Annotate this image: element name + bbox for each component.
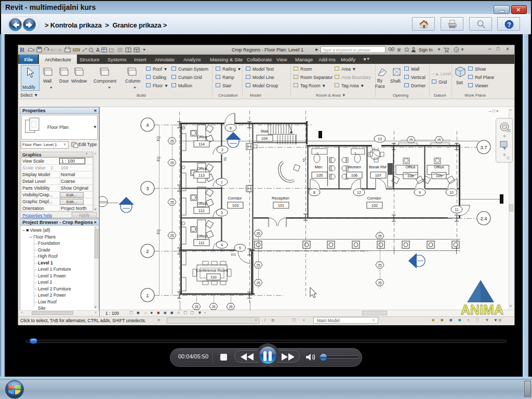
- svg-text:101: 101: [278, 203, 285, 208]
- svg-text:10: 10: [449, 191, 454, 194]
- svg-text:113: 113: [198, 173, 205, 178]
- svg-text:SSS: SSS: [231, 253, 236, 256]
- svg-text:13: 13: [378, 137, 382, 141]
- svg-text:EQ: EQ: [156, 229, 161, 234]
- svg-text:25: 25: [170, 161, 174, 165]
- svg-text:Office: Office: [197, 135, 207, 139]
- svg-text:Office: Office: [197, 234, 207, 238]
- svg-text:12: 12: [357, 191, 361, 194]
- svg-text:107: 107: [375, 173, 382, 178]
- svg-text:11: 11: [455, 208, 458, 211]
- svg-text:25: 25: [378, 281, 382, 285]
- svg-text:ANIMA: ANIMA: [461, 302, 503, 316]
- svg-text:A: A: [96, 47, 100, 53]
- svg-text:8: 8: [313, 191, 315, 194]
- svg-text:Women: Women: [348, 165, 361, 169]
- svg-text:25: 25: [211, 305, 216, 309]
- svg-text:9: 9: [419, 191, 421, 194]
- svg-text:103: 103: [232, 203, 239, 208]
- svg-text:3: 3: [221, 211, 223, 215]
- svg-text:5: 5: [239, 246, 241, 250]
- svg-text:1: 1: [146, 292, 149, 298]
- svg-text:Reception: Reception: [272, 196, 289, 201]
- svg-text:108: 108: [407, 174, 414, 178]
- svg-text:25: 25: [194, 305, 198, 309]
- svg-text:25: 25: [437, 138, 441, 142]
- svg-text:3: 3: [146, 185, 149, 191]
- svg-text:25: 25: [378, 234, 382, 238]
- svg-text:Office: Office: [197, 201, 207, 206]
- svg-text:114: 114: [198, 142, 205, 147]
- svg-text:Office: Office: [405, 165, 415, 169]
- svg-text:Office: Office: [434, 165, 444, 169]
- svg-text:102: 102: [371, 203, 378, 208]
- svg-text:Men: Men: [315, 165, 323, 169]
- svg-text:25: 25: [229, 305, 233, 309]
- svg-text:2.4: 2.4: [480, 216, 487, 221]
- svg-text:25: 25: [256, 263, 260, 267]
- svg-text:25: 25: [170, 139, 174, 143]
- svg-text:25: 25: [256, 281, 260, 285]
- svg-text:Corridor: Corridor: [228, 196, 242, 201]
- svg-text:25: 25: [170, 234, 174, 237]
- svg-text:Break RM: Break RM: [369, 165, 386, 169]
- svg-text:25: 25: [409, 138, 413, 142]
- svg-text:1: 1: [221, 180, 223, 184]
- svg-text:6: 6: [230, 126, 232, 130]
- svg-text:104: 104: [261, 136, 268, 141]
- svg-text:4: 4: [221, 243, 223, 247]
- svg-text:Conference Room: Conference Room: [196, 268, 228, 273]
- svg-text:2: 2: [146, 248, 149, 254]
- svg-text:25: 25: [170, 201, 174, 204]
- svg-text:4: 4: [146, 122, 149, 128]
- svg-text:EQ: EQ: [156, 156, 161, 161]
- svg-text:2: 2: [221, 148, 223, 152]
- svg-text:?: ?: [455, 48, 458, 52]
- svg-text:55: 55: [302, 158, 306, 162]
- svg-text:?: ?: [507, 21, 511, 29]
- svg-text:105: 105: [316, 173, 323, 178]
- svg-text:3.7: 3.7: [480, 144, 487, 150]
- svg-text:55: 55: [223, 157, 227, 161]
- svg-text:112: 112: [198, 208, 205, 213]
- svg-text:110: 110: [210, 275, 217, 280]
- svg-text:Stair: Stair: [260, 129, 269, 134]
- svg-text:25: 25: [378, 263, 382, 267]
- svg-text:109: 109: [436, 174, 443, 178]
- svg-text:EQ: EQ: [156, 136, 161, 141]
- svg-text:25: 25: [256, 232, 260, 235]
- svg-text:Corridor: Corridor: [367, 196, 381, 201]
- svg-text:Office: Office: [197, 166, 207, 171]
- svg-text:106: 106: [351, 173, 358, 178]
- svg-text:111: 111: [198, 241, 204, 245]
